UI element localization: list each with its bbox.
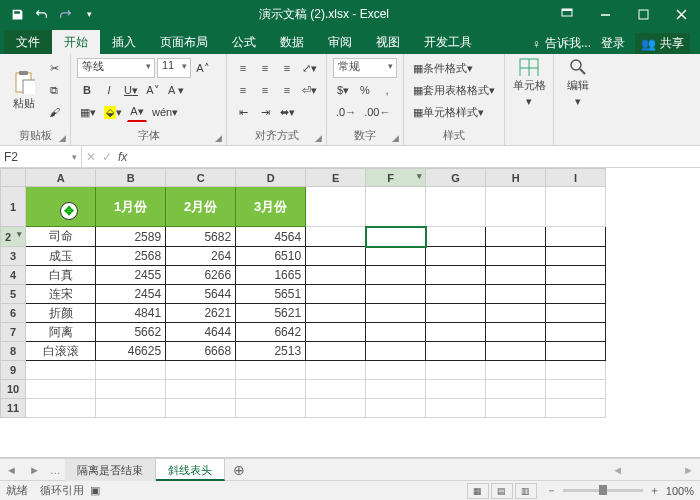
add-sheet-button[interactable]: ⊕ — [225, 462, 253, 478]
number-launcher[interactable]: ◢ — [392, 133, 399, 143]
cut-icon[interactable]: ✂ — [44, 58, 64, 78]
tab-insert[interactable]: 插入 — [100, 30, 148, 54]
comma-format-icon[interactable]: , — [377, 80, 397, 100]
cell[interactable] — [426, 247, 486, 266]
clipboard-launcher[interactable]: ◢ — [59, 133, 66, 143]
col-header[interactable]: A — [26, 169, 96, 187]
align-middle-icon[interactable]: ≡ — [255, 58, 275, 78]
cell[interactable] — [26, 361, 96, 380]
decrease-decimal-icon[interactable]: .00← — [361, 102, 393, 122]
table-header-cell[interactable]: 2月份 — [166, 187, 236, 227]
cell[interactable] — [306, 304, 366, 323]
cell[interactable] — [546, 285, 606, 304]
cell[interactable]: 1665 — [236, 266, 306, 285]
cell[interactable] — [26, 399, 96, 418]
enter-formula-icon[interactable]: ✓ — [102, 150, 112, 164]
align-bottom-icon[interactable]: ≡ — [277, 58, 297, 78]
cell[interactable] — [546, 380, 606, 399]
cell[interactable]: 2589 — [96, 227, 166, 247]
cell[interactable] — [366, 227, 426, 247]
tab-formulas[interactable]: 公式 — [220, 30, 268, 54]
number-format-select[interactable]: 常规 — [333, 58, 397, 78]
cell-styles-button[interactable]: ▦ 单元格样式 ▾ — [410, 102, 487, 122]
copy-icon[interactable]: ⧉ — [44, 80, 64, 100]
cell[interactable] — [166, 399, 236, 418]
cell[interactable] — [426, 304, 486, 323]
row-header[interactable]: 10 — [1, 380, 26, 399]
cancel-formula-icon[interactable]: ✕ — [86, 150, 96, 164]
cell[interactable]: 4644 — [166, 323, 236, 342]
cell[interactable] — [426, 323, 486, 342]
bold-button[interactable]: B — [77, 80, 97, 100]
cell[interactable] — [486, 227, 546, 247]
signin-link[interactable]: 登录 — [601, 35, 625, 52]
row-header[interactable]: 11 — [1, 399, 26, 418]
cell[interactable]: 6668 — [166, 342, 236, 361]
cell[interactable] — [426, 187, 486, 227]
cell[interactable] — [426, 399, 486, 418]
cell[interactable] — [426, 266, 486, 285]
normal-view-icon[interactable]: ▦ — [467, 483, 489, 499]
sheet-tab-2[interactable]: 斜线表头 — [156, 459, 225, 481]
cell[interactable] — [306, 361, 366, 380]
redo-icon[interactable] — [54, 3, 76, 25]
fx-icon[interactable]: fx — [118, 150, 127, 164]
col-header[interactable]: F — [366, 169, 426, 187]
row-header[interactable]: 7 — [1, 323, 26, 342]
cell[interactable] — [546, 187, 606, 227]
increase-indent-icon[interactable]: ⇥ — [255, 102, 275, 122]
save-icon[interactable] — [6, 3, 28, 25]
cell[interactable] — [546, 342, 606, 361]
cell[interactable]: 2513 — [236, 342, 306, 361]
cell[interactable] — [366, 399, 426, 418]
row-header[interactable]: 5 — [1, 285, 26, 304]
cell[interactable] — [546, 323, 606, 342]
cell[interactable] — [366, 361, 426, 380]
minimize-icon[interactable] — [586, 0, 624, 28]
cell[interactable] — [236, 399, 306, 418]
sheet-nav-prev[interactable]: ◄ — [0, 464, 23, 476]
border-icon[interactable]: ▦▾ — [77, 102, 99, 122]
cell[interactable] — [546, 361, 606, 380]
qat-dropdown-icon[interactable]: ▾ — [78, 3, 100, 25]
align-right-icon[interactable]: ≡ — [277, 80, 297, 100]
cell[interactable]: 5644 — [166, 285, 236, 304]
share-button[interactable]: 👥共享 — [635, 33, 690, 54]
align-top-icon[interactable]: ≡ — [233, 58, 253, 78]
cell[interactable] — [486, 187, 546, 227]
cell[interactable] — [96, 399, 166, 418]
cells-button[interactable]: 单元格▾ — [511, 58, 547, 108]
cell[interactable] — [486, 399, 546, 418]
cell[interactable] — [26, 380, 96, 399]
cell[interactable] — [306, 266, 366, 285]
cell[interactable] — [96, 361, 166, 380]
tab-layout[interactable]: 页面布局 — [148, 30, 220, 54]
page-layout-view-icon[interactable]: ▤ — [491, 483, 513, 499]
cell[interactable] — [306, 285, 366, 304]
sheet-list-icon[interactable]: … — [46, 464, 65, 476]
cell[interactable] — [366, 323, 426, 342]
font-name-select[interactable]: 等线 — [77, 58, 155, 78]
cell[interactable]: 白真 — [26, 266, 96, 285]
tab-dev[interactable]: 开发工具 — [412, 30, 484, 54]
cell[interactable] — [426, 342, 486, 361]
table-header-cell[interactable] — [26, 187, 96, 227]
spreadsheet-grid[interactable]: ABCDEFGHI11月份2月份3月份2司命2589568245643成玉256… — [0, 168, 700, 458]
cell[interactable]: 4564 — [236, 227, 306, 247]
cell[interactable]: 5662 — [96, 323, 166, 342]
page-break-view-icon[interactable]: ▥ — [515, 483, 537, 499]
close-icon[interactable] — [662, 0, 700, 28]
align-center-icon[interactable]: ≡ — [255, 80, 275, 100]
cell[interactable] — [426, 285, 486, 304]
cell[interactable] — [426, 361, 486, 380]
accounting-format-icon[interactable]: $▾ — [333, 80, 353, 100]
cell[interactable]: 4841 — [96, 304, 166, 323]
cell[interactable]: 阿离 — [26, 323, 96, 342]
col-header[interactable]: H — [486, 169, 546, 187]
paste-button[interactable]: 粘贴 — [6, 65, 42, 115]
percent-format-icon[interactable]: % — [355, 80, 375, 100]
cell[interactable]: 折颜 — [26, 304, 96, 323]
editing-button[interactable]: 编辑▾ — [560, 58, 596, 108]
cell[interactable] — [426, 380, 486, 399]
cell[interactable]: 264 — [166, 247, 236, 266]
